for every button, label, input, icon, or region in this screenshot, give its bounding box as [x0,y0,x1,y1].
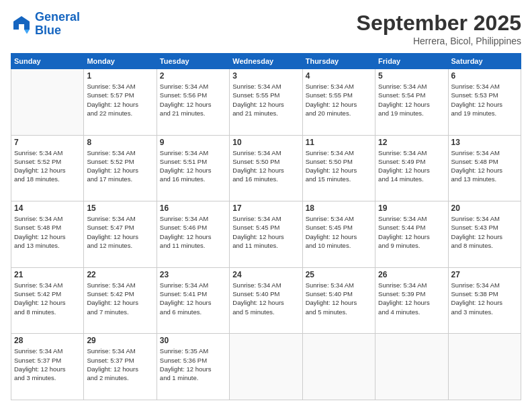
calendar-week-3: 14Sunrise: 5:34 AM Sunset: 5:48 PM Dayli… [11,201,521,268]
title-block: September 2025 Herrera, Bicol, Philippin… [357,11,521,46]
calendar-header-friday: Friday [375,54,448,69]
calendar-cell: 2Sunrise: 5:34 AM Sunset: 5:56 PM Daylig… [157,69,229,136]
calendar-cell: 8Sunrise: 5:34 AM Sunset: 5:52 PM Daylig… [84,135,157,201]
calendar-cell: 24Sunrise: 5:34 AM Sunset: 5:40 PM Dayli… [230,267,302,334]
day-number: 8 [87,138,153,147]
day-info: Sunrise: 5:34 AM Sunset: 5:48 PM Dayligh… [14,214,81,250]
calendar-header-saturday: Saturday [448,54,521,69]
day-number: 15 [87,203,153,213]
logo-icon [11,13,32,35]
calendar-cell: 15Sunrise: 5:34 AM Sunset: 5:47 PM Dayli… [84,201,157,268]
day-number: 2 [160,71,226,81]
day-info: Sunrise: 5:34 AM Sunset: 5:54 PM Dayligh… [378,82,445,118]
calendar-cell [448,334,521,400]
day-info: Sunrise: 5:34 AM Sunset: 5:37 PM Dayligh… [14,347,81,382]
calendar-cell: 27Sunrise: 5:34 AM Sunset: 5:38 PM Dayli… [448,267,521,334]
day-number: 22 [87,270,153,279]
calendar-cell: 9Sunrise: 5:34 AM Sunset: 5:51 PM Daylig… [157,135,229,201]
day-info: Sunrise: 5:34 AM Sunset: 5:45 PM Dayligh… [232,214,299,250]
calendar-cell: 14Sunrise: 5:34 AM Sunset: 5:48 PM Dayli… [11,201,84,268]
calendar-cell: 6Sunrise: 5:34 AM Sunset: 5:53 PM Daylig… [448,69,521,136]
svg-marker-0 [13,16,30,30]
day-info: Sunrise: 5:34 AM Sunset: 5:56 PM Dayligh… [160,82,226,118]
calendar-cell: 26Sunrise: 5:34 AM Sunset: 5:39 PM Dayli… [375,267,448,334]
day-number: 14 [14,203,81,213]
day-info: Sunrise: 5:34 AM Sunset: 5:52 PM Dayligh… [87,148,153,184]
calendar-cell [11,69,84,136]
calendar-week-4: 21Sunrise: 5:34 AM Sunset: 5:42 PM Dayli… [11,267,521,334]
day-info: Sunrise: 5:34 AM Sunset: 5:50 PM Dayligh… [232,148,299,184]
day-info: Sunrise: 5:34 AM Sunset: 5:41 PM Dayligh… [160,281,226,316]
svg-marker-1 [24,30,30,34]
day-number: 19 [378,203,445,213]
day-info: Sunrise: 5:34 AM Sunset: 5:57 PM Dayligh… [87,82,153,118]
day-number: 21 [14,270,81,279]
calendar-cell: 23Sunrise: 5:34 AM Sunset: 5:41 PM Dayli… [157,267,229,334]
day-info: Sunrise: 5:34 AM Sunset: 5:50 PM Dayligh… [306,148,372,184]
day-info: Sunrise: 5:34 AM Sunset: 5:40 PM Dayligh… [232,281,299,316]
day-info: Sunrise: 5:34 AM Sunset: 5:53 PM Dayligh… [451,82,518,118]
calendar-cell: 10Sunrise: 5:34 AM Sunset: 5:50 PM Dayli… [230,135,302,201]
calendar-cell: 25Sunrise: 5:34 AM Sunset: 5:40 PM Dayli… [302,267,375,334]
day-number: 18 [306,203,372,213]
calendar-cell: 29Sunrise: 5:34 AM Sunset: 5:37 PM Dayli… [84,334,157,400]
day-number: 20 [451,203,518,213]
calendar-week-2: 7Sunrise: 5:34 AM Sunset: 5:52 PM Daylig… [11,135,521,201]
calendar-week-5: 28Sunrise: 5:34 AM Sunset: 5:37 PM Dayli… [11,334,521,400]
day-info: Sunrise: 5:34 AM Sunset: 5:55 PM Dayligh… [306,82,372,118]
calendar-cell: 1Sunrise: 5:34 AM Sunset: 5:57 PM Daylig… [84,69,157,136]
day-info: Sunrise: 5:34 AM Sunset: 5:55 PM Dayligh… [232,82,299,118]
day-info: Sunrise: 5:34 AM Sunset: 5:39 PM Dayligh… [378,281,445,316]
calendar-cell: 13Sunrise: 5:34 AM Sunset: 5:48 PM Dayli… [448,135,521,201]
main-title: September 2025 [357,11,521,36]
calendar-cell: 5Sunrise: 5:34 AM Sunset: 5:54 PM Daylig… [375,69,448,136]
day-number: 9 [160,138,226,147]
calendar-cell: 17Sunrise: 5:34 AM Sunset: 5:45 PM Dayli… [230,201,302,268]
day-number: 30 [160,336,226,345]
day-number: 1 [87,71,153,81]
calendar-cell: 12Sunrise: 5:34 AM Sunset: 5:49 PM Dayli… [375,135,448,201]
calendar-cell: 30Sunrise: 5:35 AM Sunset: 5:36 PM Dayli… [157,334,229,400]
day-number: 23 [160,270,226,279]
logo-text: General Blue [35,11,80,38]
calendar-cell: 3Sunrise: 5:34 AM Sunset: 5:55 PM Daylig… [230,69,302,136]
calendar-cell [302,334,375,400]
logo-general: General [35,10,80,24]
calendar-week-1: 1Sunrise: 5:34 AM Sunset: 5:57 PM Daylig… [11,69,521,136]
calendar-cell [375,334,448,400]
day-number: 7 [14,138,81,147]
day-number: 11 [306,138,372,147]
day-info: Sunrise: 5:34 AM Sunset: 5:49 PM Dayligh… [378,148,445,184]
day-number: 4 [306,71,372,81]
day-number: 25 [306,270,372,279]
subtitle: Herrera, Bicol, Philippines [357,36,521,46]
logo-blue: Blue [35,24,61,37]
day-number: 29 [87,336,153,345]
calendar-cell: 20Sunrise: 5:34 AM Sunset: 5:43 PM Dayli… [448,201,521,268]
calendar-header-row: SundayMondayTuesdayWednesdayThursdayFrid… [11,54,521,69]
calendar-header-thursday: Thursday [302,54,375,69]
day-number: 26 [378,270,445,279]
day-info: Sunrise: 5:34 AM Sunset: 5:42 PM Dayligh… [14,281,81,316]
day-number: 6 [451,71,518,81]
day-info: Sunrise: 5:34 AM Sunset: 5:48 PM Dayligh… [451,148,518,184]
day-info: Sunrise: 5:34 AM Sunset: 5:52 PM Dayligh… [14,148,81,184]
calendar-cell: 22Sunrise: 5:34 AM Sunset: 5:42 PM Dayli… [84,267,157,334]
day-info: Sunrise: 5:34 AM Sunset: 5:46 PM Dayligh… [160,214,226,250]
calendar-header-monday: Monday [84,54,157,69]
day-number: 28 [14,336,81,345]
page: General Blue September 2025 Herrera, Bic… [0,0,532,411]
day-info: Sunrise: 5:34 AM Sunset: 5:43 PM Dayligh… [451,214,518,250]
day-info: Sunrise: 5:34 AM Sunset: 5:44 PM Dayligh… [378,214,445,250]
calendar-cell: 28Sunrise: 5:34 AM Sunset: 5:37 PM Dayli… [11,334,84,400]
day-info: Sunrise: 5:34 AM Sunset: 5:40 PM Dayligh… [306,281,372,316]
header: General Blue September 2025 Herrera, Bic… [11,11,521,46]
day-number: 10 [232,138,299,147]
calendar-cell: 11Sunrise: 5:34 AM Sunset: 5:50 PM Dayli… [302,135,375,201]
day-info: Sunrise: 5:34 AM Sunset: 5:47 PM Dayligh… [87,214,153,250]
day-info: Sunrise: 5:34 AM Sunset: 5:45 PM Dayligh… [306,214,372,250]
day-info: Sunrise: 5:34 AM Sunset: 5:38 PM Dayligh… [451,281,518,316]
day-number: 3 [232,71,299,81]
day-info: Sunrise: 5:34 AM Sunset: 5:42 PM Dayligh… [87,281,153,316]
calendar-cell: 18Sunrise: 5:34 AM Sunset: 5:45 PM Dayli… [302,201,375,268]
